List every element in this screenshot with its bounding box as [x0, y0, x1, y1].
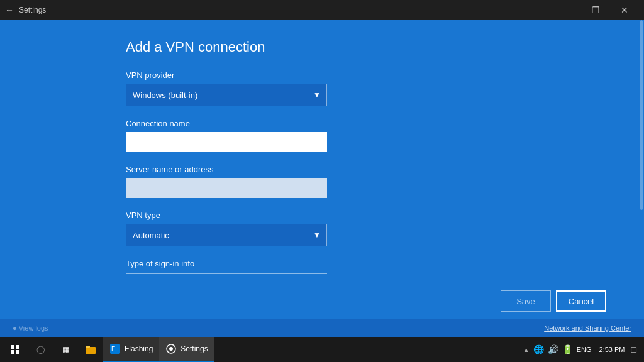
clock-time: 2:53 PM	[599, 345, 625, 354]
file-explorer-button[interactable]	[78, 337, 103, 362]
page-title: Add a VPN connection	[126, 39, 644, 55]
flashing-app-label: Flashing	[125, 344, 153, 353]
svg-rect-0	[86, 347, 96, 354]
settings-app-icon	[165, 343, 177, 354]
titlebar: ← Settings – ❐ ✕	[0, 0, 644, 20]
vpn-type-label: VPN type	[126, 211, 644, 220]
form-content: Add a VPN connection VPN provider Window…	[0, 20, 644, 337]
server-name-input[interactable]	[126, 178, 327, 198]
vpn-type-group: VPN type Automatic ▼	[126, 211, 644, 246]
connection-name-input[interactable]	[126, 132, 327, 152]
scrollbar[interactable]	[639, 20, 644, 337]
svg-point-5	[169, 347, 173, 351]
action-buttons: Save Cancel	[501, 290, 606, 312]
cancel-button[interactable]: Cancel	[556, 290, 606, 312]
close-button[interactable]: ✕	[610, 0, 639, 20]
vpn-provider-group: VPN provider Windows (built-in) ▼	[126, 70, 644, 106]
svg-rect-1	[86, 346, 90, 348]
language-label[interactable]: ENG	[577, 346, 592, 353]
connection-name-group: Connection name	[126, 119, 644, 152]
sign-in-divider	[126, 273, 327, 274]
server-name-label: Server name or address	[126, 165, 644, 174]
restore-button[interactable]: ❐	[581, 0, 610, 20]
svg-text:F: F	[111, 346, 115, 353]
chevron-icon[interactable]: ▲	[523, 346, 530, 353]
taskbar-right: ▲ 🌐 🔊 🔋 ENG 2:53 PM □	[523, 344, 641, 354]
taskbar: ◯ ▦ F Flashing Settings ▲ 🌐 🔊 🔋 ENG 2:53…	[0, 337, 644, 362]
battery-icon[interactable]: 🔋	[562, 344, 573, 354]
search-button[interactable]: ◯	[28, 337, 53, 362]
minimize-button[interactable]: –	[552, 0, 581, 20]
vpn-provider-label: VPN provider	[126, 70, 644, 80]
task-view-button[interactable]: ▦	[53, 337, 78, 362]
settings-app-label: Settings	[180, 344, 208, 353]
titlebar-title: Settings	[19, 6, 46, 14]
windows-icon	[11, 345, 19, 354]
system-clock[interactable]: 2:53 PM	[599, 345, 625, 354]
start-button[interactable]	[3, 337, 28, 362]
scrollbar-thumb	[640, 20, 643, 210]
settings-app-button[interactable]: Settings	[159, 337, 214, 362]
vpn-provider-select[interactable]: Windows (built-in)	[126, 84, 327, 106]
network-link[interactable]: Network and Sharing Center	[544, 324, 631, 332]
main-content: Add a VPN connection VPN provider Window…	[0, 20, 644, 337]
connection-name-label: Connection name	[126, 119, 644, 128]
status-bar: ● View logs Network and Sharing Center	[0, 319, 644, 337]
sign-in-group: Type of sign-in info	[126, 259, 644, 274]
notification-icon[interactable]: □	[631, 344, 636, 354]
vpn-provider-select-wrapper: Windows (built-in) ▼	[126, 84, 327, 106]
volume-icon[interactable]: 🔊	[548, 344, 558, 354]
titlebar-controls: – ❐ ✕	[552, 0, 639, 20]
save-button[interactable]: Save	[501, 290, 551, 312]
sign-in-label: Type of sign-in info	[126, 259, 644, 268]
titlebar-left: ← Settings	[5, 5, 46, 15]
back-button[interactable]: ←	[5, 5, 14, 15]
network-tray-icon[interactable]: 🌐	[533, 344, 544, 354]
flashing-app-icon: F	[109, 343, 121, 354]
status-left: ● View logs	[13, 324, 48, 332]
vpn-type-select[interactable]: Automatic	[126, 224, 327, 246]
flashing-app-button[interactable]: F Flashing	[103, 337, 159, 362]
system-tray-icons: ▲ 🌐 🔊 🔋 ENG	[523, 344, 592, 354]
vpn-type-select-wrapper: Automatic ▼	[126, 224, 327, 246]
server-name-group: Server name or address	[126, 165, 644, 198]
